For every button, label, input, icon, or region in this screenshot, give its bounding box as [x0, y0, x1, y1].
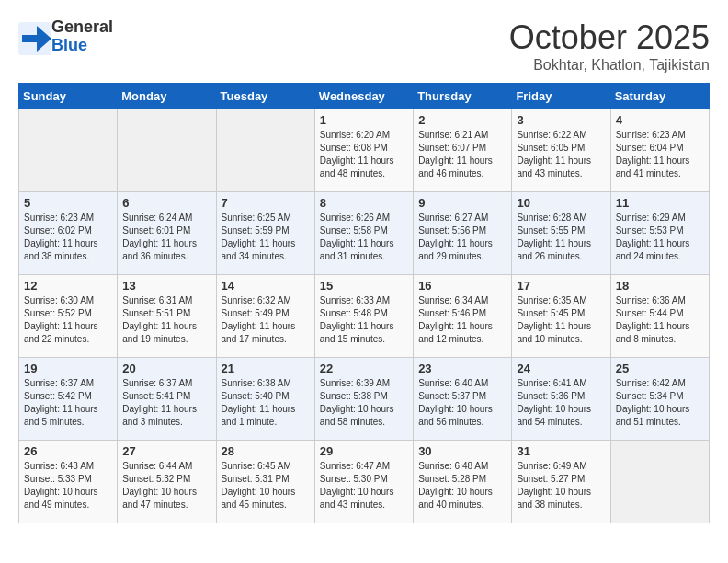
day-info: Sunrise: 6:23 AM Sunset: 6:04 PM Dayligh… — [616, 129, 704, 180]
calendar-cell: 13Sunrise: 6:31 AM Sunset: 5:51 PM Dayli… — [118, 275, 216, 358]
day-info: Sunrise: 6:30 AM Sunset: 5:52 PM Dayligh… — [24, 294, 112, 346]
weekday-header-row: SundayMondayTuesdayWednesdayThursdayFrid… — [19, 84, 710, 109]
day-info: Sunrise: 6:32 AM Sunset: 5:49 PM Dayligh… — [222, 294, 310, 346]
calendar-cell: 1Sunrise: 6:20 AM Sunset: 6:08 PM Daylig… — [314, 109, 413, 192]
calendar-cell: 2Sunrise: 6:21 AM Sunset: 6:07 PM Daylig… — [414, 109, 512, 192]
weekday-header: Sunday — [19, 84, 118, 109]
calendar-cell: 20Sunrise: 6:37 AM Sunset: 5:41 PM Dayli… — [118, 358, 216, 441]
calendar-cell — [610, 441, 709, 523]
day-info: Sunrise: 6:41 AM Sunset: 5:36 PM Dayligh… — [517, 377, 605, 429]
calendar-cell: 27Sunrise: 6:44 AM Sunset: 5:32 PM Dayli… — [118, 441, 216, 523]
day-info: Sunrise: 6:37 AM Sunset: 5:41 PM Dayligh… — [122, 377, 210, 429]
calendar-week-row: 26Sunrise: 6:43 AM Sunset: 5:33 PM Dayli… — [19, 441, 710, 523]
day-info: Sunrise: 6:47 AM Sunset: 5:30 PM Dayligh… — [320, 460, 408, 511]
day-info: Sunrise: 6:22 AM Sunset: 6:05 PM Dayligh… — [517, 129, 605, 180]
logo-text: General Blue — [51, 18, 113, 55]
day-number: 29 — [320, 444, 408, 458]
calendar-cell: 23Sunrise: 6:40 AM Sunset: 5:37 PM Dayli… — [414, 358, 512, 441]
day-number: 9 — [418, 196, 506, 210]
day-info: Sunrise: 6:43 AM Sunset: 5:33 PM Dayligh… — [24, 460, 112, 511]
calendar-cell: 3Sunrise: 6:22 AM Sunset: 6:05 PM Daylig… — [512, 109, 610, 192]
calendar-week-row: 1Sunrise: 6:20 AM Sunset: 6:08 PM Daylig… — [19, 109, 710, 192]
day-number: 12 — [24, 279, 112, 293]
day-number: 19 — [24, 362, 112, 375]
day-number: 8 — [320, 196, 408, 210]
calendar-cell: 19Sunrise: 6:37 AM Sunset: 5:42 PM Dayli… — [19, 358, 118, 441]
day-info: Sunrise: 6:39 AM Sunset: 5:38 PM Dayligh… — [320, 377, 408, 429]
day-info: Sunrise: 6:44 AM Sunset: 5:32 PM Dayligh… — [122, 460, 210, 511]
day-info: Sunrise: 6:24 AM Sunset: 6:01 PM Dayligh… — [122, 212, 210, 263]
calendar-week-row: 12Sunrise: 6:30 AM Sunset: 5:52 PM Dayli… — [19, 275, 710, 358]
weekday-header: Saturday — [610, 84, 709, 109]
day-number: 10 — [517, 196, 605, 210]
day-number: 13 — [122, 279, 210, 293]
day-info: Sunrise: 6:20 AM Sunset: 6:08 PM Dayligh… — [320, 129, 408, 180]
day-info: Sunrise: 6:48 AM Sunset: 5:28 PM Dayligh… — [418, 460, 506, 511]
page-header: General Blue October 2025 Bokhtar, Khatl… — [18, 18, 710, 74]
day-number: 18 — [616, 279, 704, 293]
day-number: 22 — [320, 362, 408, 375]
day-number: 30 — [418, 444, 506, 458]
calendar-cell: 22Sunrise: 6:39 AM Sunset: 5:38 PM Dayli… — [314, 358, 413, 441]
calendar-cell: 7Sunrise: 6:25 AM Sunset: 5:59 PM Daylig… — [216, 192, 314, 275]
day-number: 31 — [517, 444, 605, 458]
day-number: 6 — [122, 196, 210, 210]
day-info: Sunrise: 6:34 AM Sunset: 5:46 PM Dayligh… — [418, 294, 506, 346]
calendar-cell: 25Sunrise: 6:42 AM Sunset: 5:34 PM Dayli… — [610, 358, 709, 441]
day-info: Sunrise: 6:38 AM Sunset: 5:40 PM Dayligh… — [222, 377, 310, 429]
day-info: Sunrise: 6:26 AM Sunset: 5:58 PM Dayligh… — [320, 212, 408, 263]
day-number: 7 — [222, 196, 310, 210]
day-info: Sunrise: 6:21 AM Sunset: 6:07 PM Dayligh… — [418, 129, 506, 180]
day-info: Sunrise: 6:28 AM Sunset: 5:55 PM Dayligh… — [517, 212, 605, 263]
calendar-cell: 15Sunrise: 6:33 AM Sunset: 5:48 PM Dayli… — [314, 275, 413, 358]
day-info: Sunrise: 6:25 AM Sunset: 5:59 PM Dayligh… — [222, 212, 310, 263]
calendar-cell: 31Sunrise: 6:49 AM Sunset: 5:27 PM Dayli… — [512, 441, 610, 523]
calendar-cell: 21Sunrise: 6:38 AM Sunset: 5:40 PM Dayli… — [216, 358, 314, 441]
day-info: Sunrise: 6:23 AM Sunset: 6:02 PM Dayligh… — [24, 212, 112, 263]
calendar-cell: 26Sunrise: 6:43 AM Sunset: 5:33 PM Dayli… — [19, 441, 118, 523]
day-number: 20 — [122, 362, 210, 375]
day-info: Sunrise: 6:36 AM Sunset: 5:44 PM Dayligh… — [616, 294, 704, 346]
calendar-cell: 8Sunrise: 6:26 AM Sunset: 5:58 PM Daylig… — [314, 192, 413, 275]
calendar-cell: 10Sunrise: 6:28 AM Sunset: 5:55 PM Dayli… — [512, 192, 610, 275]
day-number: 5 — [24, 196, 112, 210]
day-number: 28 — [222, 444, 310, 458]
weekday-header: Tuesday — [216, 84, 314, 109]
calendar-cell: 14Sunrise: 6:32 AM Sunset: 5:49 PM Dayli… — [216, 275, 314, 358]
calendar-week-row: 19Sunrise: 6:37 AM Sunset: 5:42 PM Dayli… — [19, 358, 710, 441]
calendar-cell: 9Sunrise: 6:27 AM Sunset: 5:56 PM Daylig… — [414, 192, 512, 275]
day-number: 1 — [320, 113, 408, 127]
day-number: 26 — [24, 444, 112, 458]
day-number: 2 — [418, 113, 506, 127]
weekday-header: Friday — [512, 84, 610, 109]
location-subtitle: Bokhtar, Khatlon, Tajikistan — [509, 57, 710, 74]
day-info: Sunrise: 6:37 AM Sunset: 5:42 PM Dayligh… — [24, 377, 112, 429]
day-number: 17 — [517, 279, 605, 293]
day-number: 23 — [418, 362, 506, 375]
day-number: 15 — [320, 279, 408, 293]
calendar-cell: 16Sunrise: 6:34 AM Sunset: 5:46 PM Dayli… — [414, 275, 512, 358]
day-info: Sunrise: 6:31 AM Sunset: 5:51 PM Dayligh… — [122, 294, 210, 346]
day-number: 3 — [517, 113, 605, 127]
calendar-cell: 30Sunrise: 6:48 AM Sunset: 5:28 PM Dayli… — [414, 441, 512, 523]
day-info: Sunrise: 6:29 AM Sunset: 5:53 PM Dayligh… — [616, 212, 704, 263]
day-info: Sunrise: 6:27 AM Sunset: 5:56 PM Dayligh… — [418, 212, 506, 263]
calendar-cell: 4Sunrise: 6:23 AM Sunset: 6:04 PM Daylig… — [610, 109, 709, 192]
month-title: October 2025 — [509, 18, 710, 57]
calendar-week-row: 5Sunrise: 6:23 AM Sunset: 6:02 PM Daylig… — [19, 192, 710, 275]
weekday-header: Thursday — [414, 84, 512, 109]
day-number: 11 — [616, 196, 704, 210]
logo: General Blue — [18, 18, 113, 55]
weekday-header: Monday — [118, 84, 216, 109]
day-number: 14 — [222, 279, 310, 293]
day-info: Sunrise: 6:35 AM Sunset: 5:45 PM Dayligh… — [517, 294, 605, 346]
weekday-header: Wednesday — [314, 84, 413, 109]
day-number: 16 — [418, 279, 506, 293]
calendar-cell: 17Sunrise: 6:35 AM Sunset: 5:45 PM Dayli… — [512, 275, 610, 358]
calendar-cell: 12Sunrise: 6:30 AM Sunset: 5:52 PM Dayli… — [19, 275, 118, 358]
calendar-cell: 24Sunrise: 6:41 AM Sunset: 5:36 PM Dayli… — [512, 358, 610, 441]
calendar-cell: 5Sunrise: 6:23 AM Sunset: 6:02 PM Daylig… — [19, 192, 118, 275]
day-info: Sunrise: 6:45 AM Sunset: 5:31 PM Dayligh… — [222, 460, 310, 511]
calendar-table: SundayMondayTuesdayWednesdayThursdayFrid… — [18, 83, 710, 523]
calendar-cell — [19, 109, 118, 192]
